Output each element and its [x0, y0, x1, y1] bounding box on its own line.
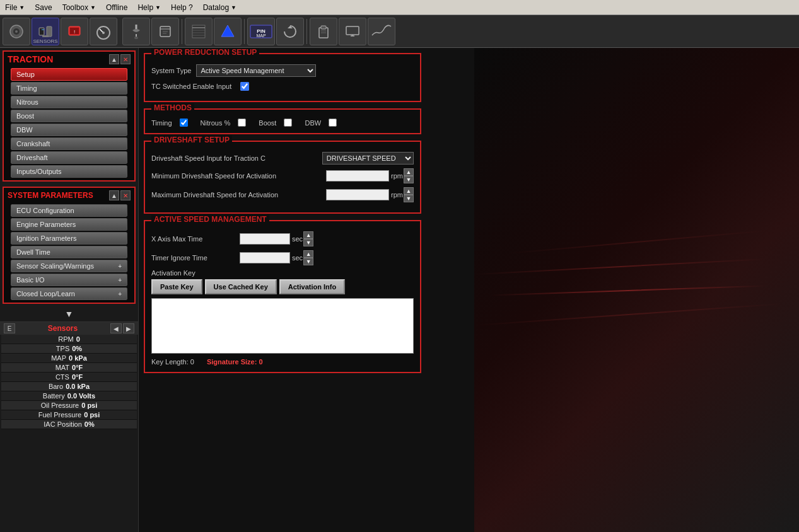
max-driveshaft-up-btn[interactable]: ▲	[404, 187, 414, 195]
toolbar-alarm-btn[interactable]: !	[61, 18, 88, 45]
x-axis-label: X Axis Max Time	[151, 235, 240, 243]
sys-params-close-btn[interactable]: ✕	[120, 190, 131, 200]
sensor-scaling-expand-icon: +	[118, 263, 122, 270]
svg-point-2	[15, 30, 18, 33]
sys-params-collapse-btn[interactable]: ▲	[109, 190, 119, 200]
sys-engine-params-btn[interactable]: Engine Parameters	[11, 218, 127, 231]
toolbar-clipboard-btn[interactable]	[310, 18, 337, 45]
traction-driveshaft-btn[interactable]: Driveshaft	[11, 151, 127, 164]
x-axis-down-btn[interactable]: ▼	[303, 239, 313, 246]
system-type-dropdown[interactable]: Active Speed Management Ignition Only Bo…	[196, 64, 316, 77]
sensor-oil-pressure: Oil Pressure 0 psi	[1, 401, 137, 410]
max-driveshaft-label: Maximum Driveshaft Speed for Activation	[151, 191, 326, 199]
driveshaft-input-dropdown[interactable]: DRIVESHAFT SPEED GPS SPEED	[322, 152, 414, 165]
min-driveshaft-up-btn[interactable]: ▲	[404, 168, 414, 176]
method-dbw: DBW	[305, 119, 337, 127]
timer-up-btn[interactable]: ▲	[303, 250, 313, 258]
sys-sensor-scaling-btn[interactable]: Sensor Scaling/Warnings +	[11, 260, 127, 272]
boost-checkbox[interactable]	[284, 119, 292, 127]
timer-unit: sec	[292, 254, 303, 262]
traction-nitrous-btn[interactable]: Nitrous	[11, 96, 127, 108]
driveshaft-panel: DRIVESHAFT SETUP Driveshaft Speed Input …	[144, 141, 421, 214]
sys-dwell-time-btn[interactable]: Dwell Time	[11, 246, 127, 258]
toolbar-refresh-btn[interactable]	[276, 18, 304, 45]
sensors-title: Sensors	[48, 324, 78, 333]
sensor-battery: Battery 0.0 Volts	[1, 391, 137, 401]
traction-timing-btn[interactable]: Timing	[11, 82, 127, 95]
toolbar-gauge-btn[interactable]	[90, 18, 117, 45]
svg-rect-31	[321, 26, 326, 29]
menu-help[interactable]: Help ▼	[132, 2, 166, 13]
toolbar-triangle-btn[interactable]	[214, 18, 242, 45]
svg-marker-25	[221, 25, 234, 37]
sensor-iac-position: IAC Position 0%	[1, 420, 137, 429]
toolbar-edit-btn[interactable]	[151, 18, 179, 45]
toolbar: SENSORS ! PINMAP	[0, 15, 799, 48]
basic-io-expand-icon: +	[118, 277, 122, 284]
traction-inputs-btn[interactable]: Inputs/Outputs	[11, 165, 127, 178]
sensors-section: E Sensors ◀ ▶ RPM 0 TPS 0% MAP 0 kPa	[0, 321, 138, 429]
nitrous-checkbox[interactable]	[238, 119, 246, 127]
traction-dbw-btn[interactable]: DBW	[11, 124, 127, 136]
sys-basic-io-btn[interactable]: Basic I/O +	[11, 274, 127, 286]
main-area: TRACTION ▲ ✕ Setup Timing Nitrous Boost …	[0, 48, 799, 532]
toolbar-sep3	[244, 19, 245, 44]
toolbar-chart-btn[interactable]	[368, 18, 395, 45]
timer-input[interactable]: 0.00	[240, 252, 290, 263]
tc-enable-checkbox[interactable]	[240, 82, 249, 91]
tc-enable-label: TC Switched Enable Input	[151, 83, 231, 90]
toolbar-display-btn[interactable]	[339, 18, 366, 45]
sys-ignition-params-btn[interactable]: Ignition Parameters	[11, 232, 127, 245]
traction-setup-btn[interactable]: Setup	[11, 68, 127, 81]
timer-down-btn[interactable]: ▼	[303, 258, 313, 265]
menu-help2[interactable]: Help ?	[166, 2, 198, 13]
toolbar-spark-btn[interactable]	[122, 18, 150, 45]
svg-rect-6	[42, 35, 49, 37]
sensors-next-btn[interactable]: ▶	[123, 323, 134, 333]
activation-info-btn[interactable]: Activation Info	[279, 279, 345, 294]
driveshaft-input-label: Driveshaft Speed Input for Traction C	[151, 154, 322, 162]
toolbar-pinmap-btn[interactable]: PINMAP	[247, 18, 275, 45]
toolbar-sensors-btn[interactable]: SENSORS	[32, 18, 59, 45]
max-driveshaft-down-btn[interactable]: ▼	[404, 195, 414, 202]
menu-toolbox[interactable]: Toolbox ▼	[57, 2, 101, 13]
x-axis-up-btn[interactable]: ▲	[303, 231, 313, 239]
sensors-e-btn[interactable]: E	[4, 323, 15, 333]
toolbar-ecu-btn[interactable]	[3, 18, 30, 45]
traction-collapse-btn[interactable]: ▲	[109, 54, 119, 64]
min-driveshaft-down-btn[interactable]: ▼	[404, 176, 414, 183]
driveshaft-input-row: Driveshaft Speed Input for Traction C DR…	[151, 152, 414, 165]
traction-close-btn[interactable]: ✕	[120, 54, 131, 64]
max-driveshaft-input[interactable]: 999999	[326, 189, 389, 200]
traction-crankshaft-btn[interactable]: Crankshaft	[11, 137, 127, 150]
toolbar-sep4	[306, 19, 307, 44]
sys-ecu-config-btn[interactable]: ECU Configuration	[11, 204, 127, 217]
sidebar-scroll-down[interactable]: ▼	[0, 306, 138, 321]
x-axis-unit: sec	[292, 235, 303, 243]
sensor-rpm: RPM 0	[1, 335, 137, 344]
dbw-checkbox[interactable]	[329, 119, 337, 127]
svg-point-12	[102, 32, 105, 34]
sensors-prev-btn[interactable]: ◀	[110, 323, 122, 333]
menu-file[interactable]: File ▼	[0, 2, 30, 13]
menu-save[interactable]: Save	[30, 2, 57, 13]
x-axis-spinners: ▲ ▼	[303, 231, 313, 246]
methods-panel: METHODS Timing Nitrous % Boost DBW	[144, 108, 421, 134]
sys-closed-loop-btn[interactable]: Closed Loop/Learn +	[11, 287, 127, 300]
x-axis-input[interactable]: 4.40	[240, 233, 290, 245]
key-length-text: Key Length: 0	[151, 358, 194, 366]
svg-text:MAP: MAP	[256, 33, 266, 38]
activation-key-textarea[interactable]	[151, 298, 414, 354]
asm-panel: ACTIVE SPEED MANAGEMENT X Axis Max Time …	[144, 220, 421, 373]
traction-boost-btn[interactable]: Boost	[11, 110, 127, 122]
menu-offline[interactable]: Offline	[101, 2, 132, 13]
system-params-panel: SYSTEM PARAMETERS ▲ ✕ ECU Configuration …	[3, 187, 136, 304]
menu-datalog[interactable]: Datalog ▼	[198, 2, 242, 13]
use-cached-key-btn[interactable]: Use Cached Key	[205, 279, 277, 294]
min-driveshaft-input[interactable]: 250	[326, 170, 389, 182]
method-boost: Boost	[259, 119, 292, 127]
timing-checkbox[interactable]	[180, 119, 188, 127]
toolbar-stripe-btn[interactable]	[185, 18, 213, 45]
sys-params-header: SYSTEM PARAMETERS ▲ ✕	[4, 188, 134, 203]
paste-key-btn[interactable]: Paste Key	[151, 279, 202, 294]
